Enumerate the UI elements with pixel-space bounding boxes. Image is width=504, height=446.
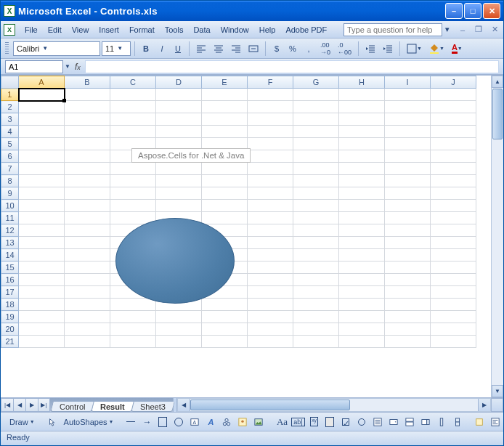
currency-button[interactable]: $ <box>269 41 284 57</box>
col-header[interactable]: D <box>156 76 202 89</box>
underline-button[interactable]: U <box>171 41 185 57</box>
row-header[interactable]: 16 <box>1 274 19 286</box>
font-color-button[interactable]: A▼ <box>449 41 466 57</box>
row-header[interactable]: 1 <box>1 89 19 101</box>
decrease-indent-button[interactable] <box>362 41 378 57</box>
edit-code-tool[interactable] <box>488 414 503 430</box>
row-header[interactable]: 9 <box>1 187 19 200</box>
window-maximize-button[interactable]: □ <box>464 3 481 19</box>
oval-tool[interactable] <box>171 414 186 430</box>
hscroll-thumb[interactable] <box>190 400 350 410</box>
line-tool[interactable] <box>123 414 138 430</box>
row-header[interactable]: 3 <box>1 113 19 126</box>
menu-tools[interactable]: Tools <box>160 24 189 36</box>
col-header[interactable]: J <box>431 76 476 89</box>
row-header[interactable]: 8 <box>1 175 19 187</box>
menu-edit[interactable]: Edit <box>43 24 67 36</box>
draw-menu[interactable]: Draw ▼ <box>7 418 38 426</box>
percent-button[interactable]: % <box>285 41 300 57</box>
col-header[interactable]: H <box>339 76 385 89</box>
row-header[interactable]: 19 <box>1 311 19 323</box>
italic-button[interactable]: I <box>155 41 169 57</box>
row-header[interactable]: 17 <box>1 286 19 299</box>
scroll-left-button[interactable]: ◀ <box>178 399 190 411</box>
row-header[interactable]: 11 <box>1 212 19 224</box>
list-box-tool[interactable] <box>370 414 385 430</box>
menu-adobepdf[interactable]: Adobe PDF <box>280 24 332 36</box>
increase-indent-button[interactable] <box>380 41 396 57</box>
spinner-tool[interactable] <box>450 414 465 430</box>
row-header[interactable]: 20 <box>1 323 19 336</box>
textbox-tool[interactable]: A <box>187 414 202 430</box>
tab-last-button[interactable]: ▶| <box>38 398 50 412</box>
mdi-close-button[interactable]: ✕ <box>489 25 500 34</box>
row-header[interactable]: 10 <box>1 200 19 212</box>
sheet-tab-sheet3[interactable]: Sheet3 <box>131 402 174 412</box>
rectangle-tool[interactable] <box>155 414 170 430</box>
diagram-tool[interactable] <box>219 414 234 430</box>
bold-button[interactable]: B <box>139 41 153 57</box>
textbox-shape[interactable]: Aspose.Cells for .Net & Java <box>131 148 251 163</box>
mdi-restore-button[interactable]: ❐ <box>473 25 484 34</box>
spreadsheet-grid[interactable]: A B C D E F G H I J 1 2 3 4 5 6 7 8 <box>1 76 476 348</box>
scroll-up-button[interactable]: ▲ <box>492 76 503 88</box>
align-right-button[interactable] <box>228 41 244 57</box>
row-header[interactable]: 18 <box>1 299 19 311</box>
tab-prev-button[interactable]: ◀ <box>13 398 25 412</box>
align-center-button[interactable] <box>211 41 227 57</box>
col-header[interactable]: E <box>202 76 248 89</box>
row-header[interactable]: 7 <box>1 163 19 175</box>
font-family-combo[interactable]: Calibri▼ <box>13 41 100 56</box>
col-header[interactable]: G <box>293 76 339 89</box>
select-objects-button[interactable] <box>45 414 60 430</box>
arrow-tool[interactable] <box>139 414 154 430</box>
horizontal-scrollbar[interactable]: ◀ ▶ <box>177 398 491 412</box>
font-size-combo[interactable]: 11▼ <box>102 41 131 56</box>
help-dropdown-icon[interactable]: ▾ <box>442 22 452 38</box>
vertical-scrollbar[interactable]: ▲ ▼ <box>491 76 503 397</box>
col-header[interactable]: C <box>110 76 156 89</box>
row-header[interactable]: 5 <box>1 138 19 150</box>
name-box[interactable] <box>5 60 63 73</box>
label-tool[interactable]: Aa <box>275 414 289 430</box>
scrollbar-tool[interactable] <box>434 414 449 430</box>
scroll-right-button[interactable]: ▶ <box>478 399 490 411</box>
option-button-tool[interactable] <box>354 414 369 430</box>
toolbar-grip[interactable] <box>5 42 9 55</box>
menu-data[interactable]: Data <box>188 24 215 36</box>
increase-decimal-button[interactable]: .00→0 <box>317 41 333 57</box>
row-header[interactable]: 4 <box>1 126 19 138</box>
menu-format[interactable]: Format <box>124 24 160 36</box>
col-header[interactable]: B <box>65 76 110 89</box>
checkbox-tool[interactable]: ✓ <box>338 414 353 430</box>
menu-file[interactable]: File <box>20 24 43 36</box>
window-close-button[interactable]: ✕ <box>483 3 500 19</box>
combo-list-edit-tool[interactable] <box>402 414 417 430</box>
menu-help[interactable]: Help <box>254 24 281 36</box>
wordart-tool[interactable]: A <box>203 414 218 430</box>
mdi-minimize-button[interactable]: – <box>457 25 468 34</box>
combo-drop-edit-tool[interactable] <box>418 414 433 430</box>
vscroll-thumb[interactable] <box>492 89 503 139</box>
row-header[interactable]: 2 <box>1 101 19 113</box>
namebox-dropdown-icon[interactable]: ▼ <box>65 63 70 70</box>
cell-selected[interactable] <box>19 89 65 101</box>
select-all-corner[interactable] <box>1 76 19 89</box>
fill-color-button[interactable]: ▼ <box>426 41 447 57</box>
decrease-decimal-button[interactable]: .0←00 <box>335 41 354 57</box>
clipart-tool[interactable] <box>235 414 250 430</box>
menu-insert[interactable]: Insert <box>94 24 124 36</box>
col-header[interactable]: I <box>385 76 431 89</box>
group-box-tool[interactable]: xy <box>306 414 321 430</box>
picture-tool[interactable] <box>251 414 266 430</box>
comma-style-button[interactable]: , <box>301 41 316 57</box>
borders-button[interactable]: ▼ <box>404 41 425 57</box>
row-header[interactable]: 13 <box>1 237 19 249</box>
row-header[interactable]: 12 <box>1 224 19 237</box>
combo-box-tool[interactable] <box>386 414 401 430</box>
edit-box-tool[interactable]: ab| <box>290 414 305 430</box>
scroll-down-button[interactable]: ▼ <box>492 385 503 397</box>
row-header[interactable]: 15 <box>1 261 19 274</box>
excel-doc-icon[interactable]: X <box>4 24 15 36</box>
window-minimize-button[interactable]: – <box>445 3 463 19</box>
